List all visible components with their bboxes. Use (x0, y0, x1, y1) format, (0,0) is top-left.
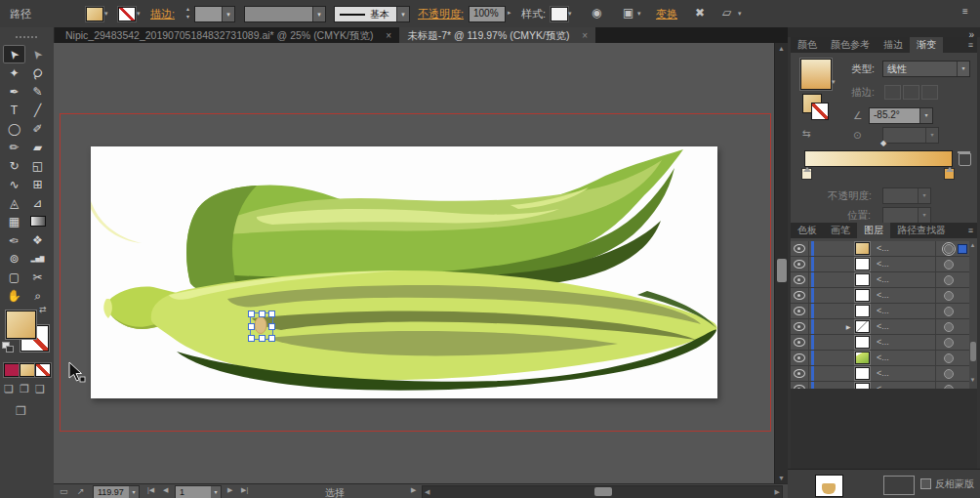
selection-handle[interactable] (259, 311, 265, 317)
selection-handle[interactable] (268, 335, 275, 342)
gradient-panel-menu-icon[interactable]: ≡ (968, 40, 973, 50)
artboard-navigation-dropdown[interactable]: 1 ▾ (175, 485, 222, 498)
layer-visibility-toggle[interactable] (791, 272, 809, 287)
line-segment-tool[interactable]: ╱ (26, 101, 49, 119)
layer-thumbnail[interactable] (855, 352, 870, 364)
symbol-sprayer-tool[interactable]: ⊚ (3, 249, 25, 268)
transparency-object-thumbnail[interactable] (815, 475, 843, 497)
gradient-swatch-arrow[interactable]: ▾ (832, 78, 836, 86)
stroke-link[interactable]: 描边: (150, 7, 175, 21)
zoom-tool[interactable]: ⌕ (26, 286, 49, 305)
layer-row[interactable]: <... (791, 257, 969, 272)
vertical-scroll-thumb[interactable] (777, 259, 787, 282)
layer-label[interactable]: <... (877, 288, 936, 303)
width-tool[interactable]: ∿ (3, 175, 25, 193)
layer-label[interactable]: <... (877, 304, 936, 318)
layer-row[interactable]: <... (791, 304, 969, 319)
stop-opacity-dropdown[interactable]: ▾ (882, 187, 931, 204)
layer-target-icon[interactable] (944, 260, 954, 270)
direct-selection-tool[interactable]: ➤ (26, 45, 49, 63)
document-tab-2[interactable]: 未标题-7* @ 119.97% (CMYK/预览) × (399, 27, 595, 43)
magic-wand-tool[interactable]: ✦ (3, 63, 25, 82)
layer-visibility-toggle[interactable] (791, 257, 809, 271)
rotate-tool[interactable]: ↻ (3, 156, 25, 175)
shaper-tool[interactable]: ◯ (3, 119, 25, 138)
scroll-down-icon[interactable]: ▼ (778, 475, 785, 481)
pencil-tool[interactable]: ✏ (3, 138, 25, 156)
layer-visibility-toggle[interactable] (791, 241, 809, 256)
reverse-gradient-icon[interactable]: ⇆ (802, 127, 811, 139)
layer-row[interactable]: <... (791, 366, 969, 382)
aspect-ratio-dropdown[interactable]: ▾ (882, 127, 939, 144)
stroke-color-swatch[interactable] (118, 7, 136, 21)
layer-visibility-toggle[interactable] (791, 288, 809, 303)
opacity-spinner[interactable]: ▸ (508, 9, 511, 17)
layer-target-icon[interactable] (944, 307, 954, 316)
layers-panel-menu-icon[interactable]: ≡ (968, 226, 973, 235)
tab-gradient[interactable]: 渐变 (910, 37, 943, 53)
graph-tool[interactable]: ▂▅▇ (26, 249, 49, 268)
gradient-stop-left[interactable] (801, 168, 812, 180)
layer-visibility-toggle[interactable] (791, 304, 809, 318)
layer-target-icon[interactable] (944, 369, 954, 379)
stroke-gradient-across-icon[interactable] (921, 85, 938, 100)
layer-row[interactable]: <... (791, 241, 969, 257)
delete-stop-icon[interactable] (959, 153, 971, 166)
doc-setup-icon[interactable]: ▭ (60, 486, 68, 496)
layer-thumbnail[interactable] (855, 336, 870, 349)
layer-thumbnail[interactable] (855, 305, 870, 317)
default-fill-stroke-icon[interactable] (2, 342, 14, 352)
free-distort-icon[interactable]: ✖ (695, 6, 705, 20)
stroke-weight-stepper[interactable]: ▴▾ (184, 5, 192, 21)
stroke-dropdown-arrow[interactable]: ▾ (137, 10, 141, 18)
selection-handle[interactable] (248, 335, 255, 342)
stroke-weight-dropdown[interactable]: ▾ (194, 6, 235, 22)
layer-visibility-toggle[interactable] (791, 319, 809, 334)
style-swatch[interactable] (551, 7, 568, 21)
none-button[interactable] (35, 363, 51, 377)
canvas[interactable] (54, 43, 774, 483)
draw-normal-mode-icon[interactable]: ❏ (4, 383, 14, 395)
opacity-link[interactable]: 不透明度: (418, 7, 464, 21)
horizontal-scroll-thumb[interactable] (594, 487, 612, 496)
layer-label[interactable]: <... (877, 366, 936, 381)
vertical-scrollbar[interactable]: ▲ ▼ (774, 43, 789, 483)
document-tab-1[interactable]: Nipic_29483542_20190705184832731089.ai* … (58, 27, 399, 43)
document-tab-2-close-icon[interactable]: × (582, 30, 588, 41)
layer-target-icon[interactable] (944, 353, 954, 363)
layers-scroll-up-icon[interactable]: ▲ (969, 242, 976, 248)
layer-thumbnail[interactable] (855, 273, 870, 286)
selection-handle[interactable] (259, 335, 265, 342)
layer-thumbnail[interactable] (855, 258, 870, 270)
control-panel-menu-icon[interactable]: ≡ (962, 6, 968, 17)
scroll-up-icon[interactable]: ▲ (778, 45, 785, 52)
opacity-input[interactable]: 100% (469, 6, 506, 22)
fill-dropdown-arrow[interactable]: ▾ (104, 10, 108, 18)
scroll-right-icon[interactable]: ▶ (775, 488, 780, 496)
okra-artwork[interactable] (91, 146, 717, 398)
recolor-artwork-icon[interactable]: ◉ (592, 6, 601, 20)
selection-handle[interactable] (248, 323, 255, 330)
lasso-tool[interactable]: Q (26, 63, 49, 82)
layer-target-icon[interactable] (944, 275, 954, 285)
tab-color-guide[interactable]: 颜色参考 (824, 37, 877, 53)
layer-thumbnail[interactable] (855, 242, 870, 255)
hand-tool[interactable]: ✋ (3, 286, 25, 305)
selection-handle[interactable] (268, 311, 275, 317)
tab-swatches[interactable]: 色板 (791, 223, 824, 238)
scroll-left-icon[interactable]: ◀ (425, 488, 429, 496)
transform-link[interactable]: 变换 (656, 7, 677, 21)
eyedropper-tool[interactable]: ✑ (3, 230, 25, 249)
layer-row[interactable]: ▶<... (791, 319, 969, 335)
brush-definition-dropdown[interactable]: 基本 (334, 6, 398, 22)
layer-row[interactable]: <... (791, 272, 969, 288)
zoom-level-dropdown[interactable]: 119.97 ▾ (93, 485, 140, 498)
layer-row[interactable]: <... (791, 351, 969, 366)
gradient-midpoint-icon[interactable]: ◆ (880, 139, 886, 147)
layer-expand-icon[interactable]: ▶ (843, 323, 853, 330)
first-artboard-icon[interactable]: |◀ (147, 486, 154, 494)
gradient-tool[interactable] (26, 212, 49, 230)
selection-tool[interactable]: ➤ (3, 45, 25, 63)
last-artboard-icon[interactable]: ▶| (241, 486, 248, 494)
layers-scroll-down-icon[interactable]: ▼ (969, 377, 976, 383)
